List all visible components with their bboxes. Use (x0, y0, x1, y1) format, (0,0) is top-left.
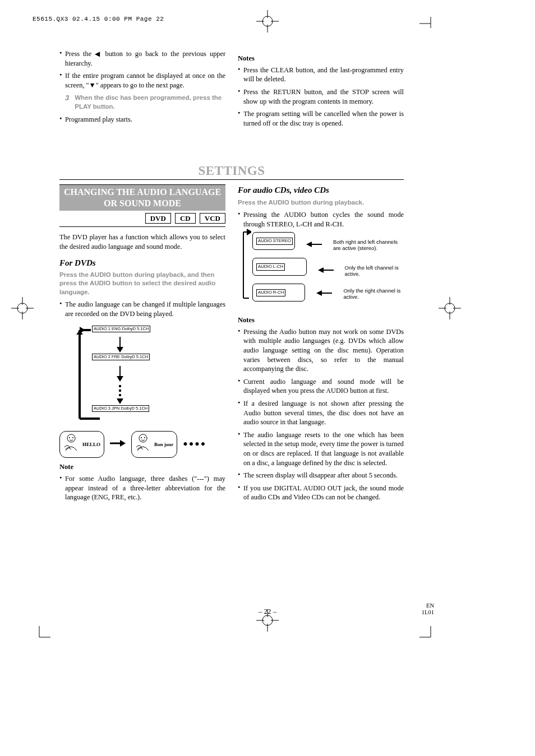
page-reference: EN1L01 (422, 602, 434, 616)
svg-point-42 (72, 437, 73, 438)
svg-marker-44 (120, 440, 126, 447)
arrow-left-icon (316, 289, 332, 299)
crop-mark-right (439, 297, 461, 319)
osd-label: AUDIO 2 FRE DolbyD 5.1CH (92, 354, 150, 360)
svg-marker-48 (306, 242, 312, 247)
svg-marker-37 (117, 398, 123, 404)
caption-text: Only the right channel is active. (343, 287, 404, 300)
subheading: For DVDs (59, 257, 225, 268)
screen-frame: AUDIO STEREO (252, 232, 295, 250)
body-bullet: If you use DIGITAL AUDIO OUT jack, the s… (238, 484, 404, 502)
top-left-column: Press the ◀ button to go back to the pre… (59, 49, 225, 131)
body-bullet: Press the CLEAR button, and the last-pro… (238, 66, 404, 84)
svg-marker-52 (316, 290, 322, 296)
osd-label: AUDIO L-CH (256, 263, 285, 271)
body-bullet: The program setting will be cancelled wh… (238, 109, 404, 128)
caption-text: Both right and left channels are active … (333, 239, 404, 252)
step-number: 3 (65, 93, 69, 103)
printers-header: E5615.QX3 02.4.15 0:00 PM Page 22 (33, 16, 164, 22)
person-icon (135, 434, 152, 456)
speech-bubble-text: HELLO (82, 441, 100, 448)
grey-instruction: Press the AUDIO button during playback. (238, 198, 404, 207)
notes-heading: Notes (238, 54, 404, 63)
svg-point-35 (119, 389, 121, 391)
subheading: For audio CDs, video CDs (238, 184, 404, 196)
svg-point-46 (141, 437, 142, 438)
feature-banner: CHANGING THE AUDIO LANGUAGE OR SOUND MOD… (59, 184, 225, 210)
svg-point-45 (139, 434, 147, 442)
caption-text: Only the left channel is active. (345, 265, 404, 277)
crop-corner-bl (34, 626, 50, 643)
body-bullet: Current audio language and sound mode wi… (238, 377, 404, 396)
body-bullet: The screen display will disappear after … (238, 471, 404, 480)
svg-point-40 (67, 434, 75, 442)
step-text: When the disc has been programmed, press… (75, 93, 225, 111)
svg-point-47 (144, 437, 145, 438)
arrow-left-icon (318, 266, 334, 276)
disc-badge: DVD (145, 213, 171, 224)
osd-label: AUDIO STEREO (256, 238, 293, 245)
right-column: For audio CDs, video CDs Press the AUDIO… (238, 184, 404, 505)
osd-label: AUDIO 1 ENG DolbyD 5.1CH (92, 326, 150, 332)
osd-cycle-diagram: AUDIO 1 ENG DolbyD 5.1CH AUDIO 2 FRE Dol… (75, 323, 225, 424)
arrow-left-icon (306, 240, 322, 250)
svg-marker-31 (117, 347, 123, 353)
disc-badge: CD (175, 213, 196, 224)
disc-badges: DVD CD VCD (59, 213, 225, 228)
body-bullet: If a desired language is not shown after… (238, 399, 404, 427)
svg-point-41 (69, 437, 70, 438)
svg-marker-57 (247, 229, 251, 235)
svg-point-34 (119, 384, 121, 387)
screen-frame: AUDIO R-CH (252, 284, 305, 302)
ellipsis-icon: ●●●● (183, 439, 206, 449)
body-bullet: For some Audio language, three dashes ("… (59, 474, 225, 502)
arrow-right-icon (110, 439, 126, 451)
crop-corner-tr (419, 12, 436, 29)
body-bullet: The audio language resets to the one whi… (238, 430, 404, 467)
intro-text: The DVD player has a function which allo… (59, 233, 225, 251)
body-bullet: If the entire program cannot be displaye… (59, 71, 225, 90)
osd-label: AUDIO 3 JPN DolbyD 5.1CH (92, 405, 149, 412)
body-bullet: Press the ◀ button to go back to the pre… (59, 49, 225, 68)
body-bullet: Pressing the AUDIO button cycles the sou… (238, 210, 404, 229)
person-icon (63, 434, 80, 456)
osd-label: AUDIO R-CH (256, 289, 285, 296)
body-bullet: Pressing the Audio button may not work o… (238, 327, 404, 374)
screen-frame: AUDIO L-CH (252, 258, 307, 276)
crop-corner-br (419, 626, 436, 643)
body-bullet: Programmed play starts. (59, 115, 225, 124)
left-column: CHANGING THE AUDIO LANGUAGE OR SOUND MOD… (59, 184, 225, 505)
crop-mark-left (11, 297, 34, 319)
crop-mark-top (256, 10, 279, 33)
page-number: – 22 – (0, 607, 535, 616)
body-bullet: Press the RETURN button, and the STOP sc… (238, 87, 404, 106)
speech-bubble-text: Bon jour (154, 441, 173, 448)
top-right-column: Notes Press the CLEAR button, and the la… (238, 49, 404, 131)
note-heading: Note (59, 462, 225, 472)
section-title: SETTINGS (59, 164, 404, 180)
body-bullet: The audio language can be changed if mul… (59, 300, 225, 318)
svg-marker-50 (318, 267, 324, 273)
disc-badge: VCD (200, 213, 225, 224)
speech-illustration: HELLO Bon jour ●●●● (59, 431, 225, 458)
svg-point-36 (119, 393, 121, 396)
grey-instruction: Press the AUDIO button during playback, … (59, 271, 225, 297)
svg-marker-33 (117, 376, 123, 382)
